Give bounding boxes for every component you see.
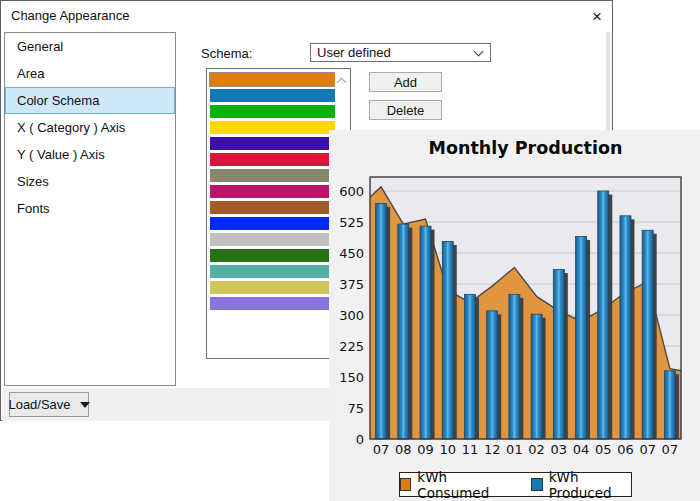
sidebar-item-color-schema[interactable]: Color Schema <box>5 87 175 114</box>
bar <box>398 224 409 439</box>
color-swatch[interactable] <box>210 105 335 118</box>
color-swatch[interactable] <box>210 137 335 150</box>
legend-swatch <box>531 478 542 491</box>
x-tick-label: 03 <box>551 442 568 457</box>
x-tick-label: 01 <box>506 442 523 457</box>
color-swatch[interactable] <box>210 73 335 86</box>
y-tick-label: 375 <box>339 277 364 292</box>
bar <box>576 236 587 439</box>
bar <box>553 270 564 439</box>
x-tick-label: 10 <box>439 442 456 457</box>
y-tick-label: 75 <box>347 401 364 416</box>
bar <box>420 226 431 439</box>
bar <box>376 203 387 439</box>
caret-down-icon <box>80 402 90 408</box>
chevron-up-icon <box>337 78 347 88</box>
x-tick-label: 09 <box>417 442 434 457</box>
bar <box>664 371 675 439</box>
add-button[interactable]: Add <box>369 72 442 92</box>
schema-label: Schema: <box>201 46 252 61</box>
color-swatches <box>210 73 335 313</box>
y-tick-label: 0 <box>356 432 364 447</box>
x-tick-label: 04 <box>573 442 590 457</box>
color-swatch[interactable] <box>210 297 335 310</box>
x-tick-label: 06 <box>617 442 634 457</box>
x-tick-label: 07 <box>662 442 679 457</box>
bar <box>531 314 542 439</box>
bar <box>620 216 631 439</box>
bar <box>509 294 520 439</box>
sidebar-item-general[interactable]: General <box>5 33 175 60</box>
delete-button[interactable]: Delete <box>369 100 442 120</box>
chevron-down-icon <box>474 47 484 57</box>
chart-plot: 0751502253003754505256000708091011120102… <box>329 130 700 501</box>
sidebar-item-x-category-axis[interactable]: X ( Category ) Axis <box>5 114 175 141</box>
sidebar-item-y-value-axis[interactable]: Y ( Value ) Axis <box>5 141 175 168</box>
dialog-title: Change Appearance <box>11 8 130 23</box>
schema-dropdown-value: User defined <box>317 45 391 60</box>
bar <box>442 241 453 439</box>
color-swatch[interactable] <box>210 233 335 246</box>
x-tick-label: 07 <box>639 442 656 457</box>
color-swatch[interactable] <box>210 217 335 230</box>
sidebar-item-fonts[interactable]: Fonts <box>5 195 175 222</box>
dialog-scrollbar[interactable] <box>606 32 610 131</box>
legend-label: kWh Produced <box>549 469 631 501</box>
legend-item: kWh Consumed <box>400 469 507 501</box>
color-swatch[interactable] <box>210 249 335 262</box>
y-tick-label: 525 <box>339 215 364 230</box>
color-swatch[interactable] <box>210 201 335 214</box>
color-swatch[interactable] <box>210 281 335 294</box>
sidebar-item-sizes[interactable]: Sizes <box>5 168 175 195</box>
legend-swatch <box>400 478 411 491</box>
x-tick-label: 12 <box>484 442 501 457</box>
sidebar-nav: GeneralAreaColor SchemaX ( Category ) Ax… <box>4 32 176 386</box>
sidebar-item-area[interactable]: Area <box>5 60 175 87</box>
load-save-label: Load/Save <box>8 397 70 412</box>
legend-item: kWh Produced <box>531 469 631 501</box>
color-swatch[interactable] <box>210 265 335 278</box>
y-tick-label: 450 <box>339 246 364 261</box>
y-tick-label: 600 <box>339 184 364 199</box>
x-tick-label: 02 <box>528 442 545 457</box>
color-swatch[interactable] <box>210 121 335 134</box>
screen: Change Appearance × GeneralAreaColor Sch… <box>0 0 700 501</box>
bar <box>487 311 498 439</box>
x-tick-label: 11 <box>462 442 479 457</box>
color-swatch[interactable] <box>210 185 335 198</box>
x-tick-label: 05 <box>595 442 612 457</box>
close-button[interactable]: × <box>584 4 610 28</box>
bar <box>642 230 653 439</box>
color-swatch[interactable] <box>210 89 335 102</box>
y-tick-label: 300 <box>339 308 364 323</box>
bar <box>598 191 609 439</box>
legend-label: kWh Consumed <box>417 469 507 501</box>
chart-legend: kWh ConsumedkWh Produced <box>399 472 632 497</box>
bar <box>464 294 475 439</box>
x-tick-label: 07 <box>373 442 390 457</box>
load-save-button[interactable]: Load/Save <box>9 392 89 417</box>
y-tick-label: 225 <box>339 339 364 354</box>
close-icon: × <box>592 8 602 25</box>
color-swatch[interactable] <box>210 153 335 166</box>
color-swatch[interactable] <box>210 169 335 182</box>
schema-dropdown[interactable]: User defined <box>310 43 491 62</box>
y-tick-label: 150 <box>339 370 364 385</box>
x-tick-label: 08 <box>395 442 412 457</box>
chart-window: Monthly Production 075150225300375450525… <box>329 130 700 501</box>
